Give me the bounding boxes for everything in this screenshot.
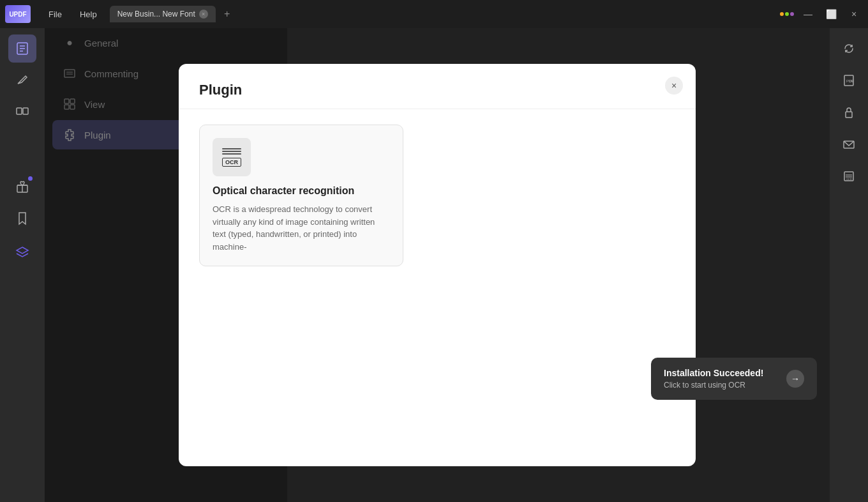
ocr-icon-label: OCR (222, 158, 241, 167)
svg-rect-20 (846, 112, 852, 118)
plugin-modal-header: Plugin × (179, 64, 696, 109)
content-area: ● General Commenting (45, 28, 830, 502)
mail-icon (842, 138, 855, 151)
toast-content: Installation Succeeded! Click to start u… (664, 368, 779, 390)
ocr-plugin-description: OCR is a widespread technology to conver… (213, 203, 390, 253)
ocr-plugin-card[interactable]: OCR Optical character recognition OCR is… (199, 125, 403, 266)
lock-icon (842, 106, 855, 119)
green-dot (785, 12, 789, 16)
sidebar-organize-btn[interactable] (8, 98, 36, 126)
ocr-line-1 (222, 148, 241, 149)
menu-file[interactable]: File (41, 7, 70, 22)
new-tab-button[interactable]: + (220, 6, 235, 22)
right-sidebar-ocr-btn[interactable]: OCR (835, 162, 863, 190)
close-window-button[interactable]: × (845, 5, 863, 23)
toast-subtitle: Click to start using OCR (664, 381, 779, 390)
sidebar-gift-btn[interactable] (8, 172, 36, 201)
active-tab[interactable]: New Busin... New Font × (110, 6, 216, 22)
book-icon (15, 42, 29, 56)
menu-help[interactable]: Help (72, 7, 105, 22)
ocr-card-icon: OCR (213, 138, 251, 176)
colored-dots (780, 12, 794, 16)
toast-arrow-button[interactable]: → (786, 370, 804, 388)
right-sidebar-share-btn[interactable] (835, 130, 863, 158)
toast-title: Installation Succeeded! (664, 368, 779, 378)
plugin-modal-close-button[interactable]: × (665, 77, 683, 95)
plugin-modal: Plugin × OCR (179, 64, 696, 466)
tab-close-button[interactable]: × (199, 10, 208, 19)
maximize-button[interactable]: ⬜ (822, 5, 840, 23)
window-controls: — ⬜ × (780, 5, 863, 23)
svg-rect-5 (23, 108, 28, 114)
title-bar: UPDF File Help New Busin... New Font × +… (0, 0, 868, 28)
sidebar-bookmark-btn[interactable] (8, 204, 36, 232)
pages-icon (15, 105, 29, 119)
gift-icon (15, 179, 29, 194)
menu-bar: File Help (41, 7, 105, 22)
svg-text:OCR: OCR (846, 178, 852, 181)
app-logo: UPDF (5, 5, 31, 23)
minimize-button[interactable]: — (799, 5, 817, 23)
pencil-icon (15, 73, 29, 87)
sidebar-edit-btn[interactable] (8, 66, 36, 95)
ocr-line-3 (222, 153, 241, 155)
ocr-icon: OCR (842, 170, 855, 183)
purple-dot (790, 12, 794, 16)
svg-text:/A: /A (849, 79, 853, 83)
main-container: ● General Commenting (0, 28, 868, 502)
right-sidebar-protect-btn[interactable] (835, 98, 863, 126)
plugin-modal-body: OCR Optical character recognition OCR is… (179, 109, 696, 466)
updf-logo-text: UPDF (5, 5, 31, 23)
sidebar-reader-btn[interactable] (8, 34, 36, 63)
sidebar-layers-btn[interactable] (8, 239, 36, 267)
bookmark-icon (15, 211, 29, 225)
orange-dot (780, 12, 784, 16)
icon-sidebar (0, 28, 45, 502)
right-sidebar: PDF /A OCR (830, 28, 868, 502)
plugin-modal-title: Plugin (199, 82, 675, 98)
right-sidebar-sync-btn[interactable] (835, 34, 863, 63)
ocr-plugin-name: Optical character recognition (213, 185, 390, 197)
right-sidebar-pdfa-btn[interactable]: PDF /A (835, 66, 863, 95)
tab-title: New Busin... New Font (117, 10, 195, 19)
toast-notification[interactable]: Installation Succeeded! Click to start u… (651, 358, 817, 400)
svg-rect-4 (17, 108, 22, 114)
ocr-line-2 (222, 151, 241, 152)
svg-marker-9 (17, 247, 28, 254)
pdfa-icon: PDF /A (842, 74, 855, 87)
tab-bar: New Busin... New Font × + (110, 6, 780, 22)
layers-icon (15, 246, 29, 260)
sync-icon (842, 42, 855, 55)
modal-overlay: Plugin × OCR (45, 28, 830, 502)
